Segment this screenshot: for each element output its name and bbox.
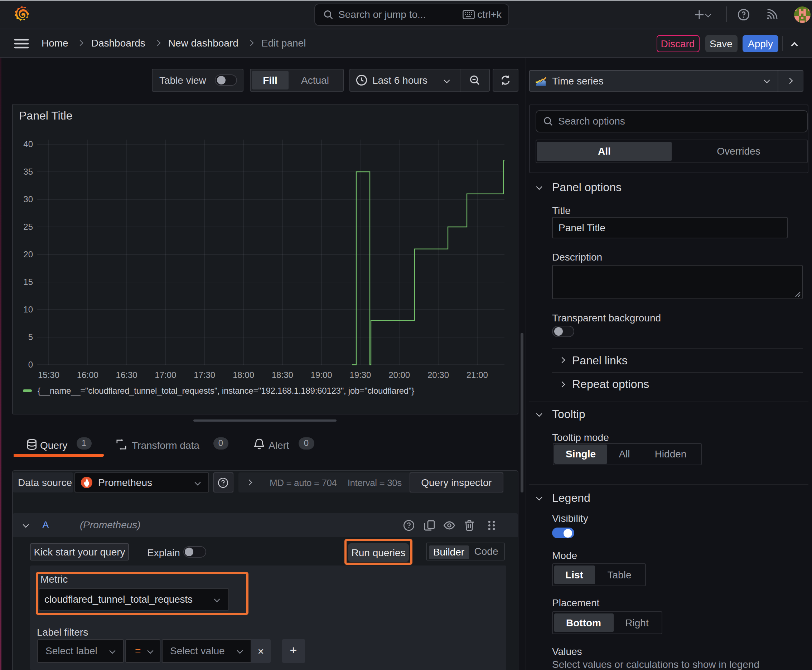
svg-text:17:30: 17:30 [194,370,215,380]
svg-text:18:30: 18:30 [272,370,293,380]
svg-text:10: 10 [23,305,33,314]
svg-text:35: 35 [23,167,33,176]
svg-text:21:00: 21:00 [466,370,488,380]
svg-text:20: 20 [23,249,33,259]
svg-text:30: 30 [23,195,33,204]
svg-text:40: 40 [23,139,33,149]
svg-text:25: 25 [23,222,33,232]
svg-text:15:30: 15:30 [38,370,59,380]
svg-text:{__name__="cloudflared_tunnel_: {__name__="cloudflared_tunnel_total_requ… [37,386,414,396]
svg-text:0: 0 [28,360,33,369]
svg-text:20:00: 20:00 [388,370,410,380]
svg-text:17:00: 17:00 [155,370,176,380]
svg-text:16:30: 16:30 [116,370,137,380]
svg-text:18:00: 18:00 [233,370,254,380]
svg-text:16:00: 16:00 [77,370,98,380]
svg-text:19:00: 19:00 [311,370,332,380]
svg-text:19:30: 19:30 [349,370,371,380]
svg-text:15: 15 [23,277,33,287]
svg-text:20:30: 20:30 [427,370,449,380]
svg-text:5: 5 [28,332,33,342]
